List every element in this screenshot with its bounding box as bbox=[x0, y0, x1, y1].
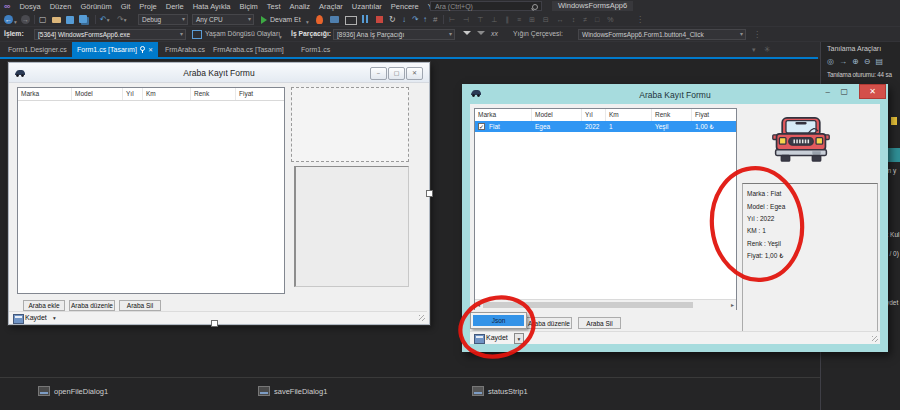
lifecycle-dropdown[interactable]: Yaşam Döngüsü Olayları bbox=[205, 30, 280, 37]
column-header[interactable]: Marka bbox=[18, 88, 72, 100]
menu-gorunum[interactable]: Görünüm bbox=[80, 2, 111, 11]
running-listview[interactable]: Marka Model Yıl Km Renk Fiyat ✓ Fiat Ege… bbox=[474, 108, 737, 310]
step-out-icon[interactable]: ↑ bbox=[423, 14, 427, 25]
browser-link-icon[interactable] bbox=[330, 16, 339, 23]
menu-analiz[interactable]: Analiz bbox=[290, 2, 310, 11]
horizontal-scrollbar[interactable]: ◂ ▸ bbox=[475, 299, 736, 310]
designer-picturebox[interactable] bbox=[291, 87, 409, 162]
running-statusstrip[interactable]: Kaydet ▾ bbox=[470, 331, 880, 344]
scroll-left-icon[interactable]: ◂ bbox=[477, 301, 480, 308]
filter-threads-icon[interactable] bbox=[463, 31, 471, 35]
menu-uzantilar[interactable]: Uzantılar bbox=[352, 2, 382, 11]
tab-frmaraba-cs-tasarim[interactable]: FrmAraba.cs [Tasarım] bbox=[208, 42, 289, 57]
breakpoints-icon[interactable]: # bbox=[433, 14, 437, 25]
toolbar-overflow-icon[interactable]: ⋮ bbox=[636, 14, 644, 25]
selected-row[interactable]: ✓ Fiat Egea 2022 1 Yeşil 1,00 ₺ bbox=[475, 121, 736, 132]
search-input[interactable]: Ara (Ctrl+Q) bbox=[430, 1, 542, 11]
step-over-icon[interactable]: ↷ bbox=[412, 14, 419, 25]
close-button[interactable]: ✕ bbox=[859, 84, 886, 99]
araba-duzenle-button[interactable]: Araba düzenle bbox=[69, 300, 115, 311]
save-all-icon[interactable] bbox=[79, 15, 87, 23]
pin-icon[interactable] bbox=[140, 46, 145, 51]
araba-sil-button[interactable]: Araba Sil bbox=[119, 300, 161, 311]
designer-form-window[interactable]: Araba Kayıt Formu − ▢ ✕ Marka Model Yıl … bbox=[8, 62, 430, 325]
designer-form-titlebar[interactable]: Araba Kayıt Formu − ▢ ✕ bbox=[9, 63, 429, 83]
tray-savefiledialog[interactable]: saveFileDialog1 bbox=[258, 386, 327, 396]
araba-ekle-button[interactable]: Araba ekle bbox=[23, 300, 65, 311]
continue-play-icon[interactable] bbox=[261, 16, 267, 24]
araba-duzenle-button[interactable]: Araba düzenle bbox=[526, 317, 572, 329]
araba-sil-button[interactable]: Araba Sil bbox=[578, 317, 621, 329]
column-header[interactable]: Model bbox=[532, 109, 582, 121]
kaydet-dropdown-arrow-icon[interactable]: ▾ bbox=[514, 333, 524, 344]
menu-araclar[interactable]: Araçlar bbox=[319, 2, 343, 11]
maximize-button[interactable]: ▢ bbox=[840, 87, 848, 96]
running-form-window[interactable]: Araba Kayıt Formu – ▢ ✕ Marka Model Yıl … bbox=[462, 84, 888, 352]
tab-form1-cs[interactable]: Form1.cs bbox=[296, 42, 335, 57]
solution-platform-select[interactable]: Any CPU bbox=[192, 14, 254, 25]
continue-button[interactable]: Devam Et bbox=[270, 14, 301, 25]
debugbar-overflow-icon[interactable]: ⋮ bbox=[753, 29, 761, 40]
scrollbar-thumb[interactable] bbox=[483, 302, 693, 308]
menu-pencere[interactable]: Pencere bbox=[391, 2, 419, 11]
column-header[interactable]: Km bbox=[143, 88, 191, 100]
menu-duzen[interactable]: Düzen bbox=[50, 2, 72, 11]
process-select[interactable]: [5364] WindowsFormsApp6.exe bbox=[34, 29, 186, 40]
tray-openfiledialog[interactable]: openFileDialog1 bbox=[38, 386, 108, 396]
menu-dosya[interactable]: Dosya bbox=[19, 2, 40, 11]
menu-item-json[interactable]: Json bbox=[473, 315, 524, 326]
menu-proje[interactable]: Proje bbox=[139, 2, 157, 11]
solution-config-select[interactable]: Debug bbox=[138, 14, 188, 25]
tab-frmaraba-cs[interactable]: FrmAraba.cs bbox=[160, 42, 210, 57]
column-header[interactable]: Renk bbox=[652, 109, 692, 121]
column-header[interactable]: Yıl bbox=[582, 109, 606, 121]
menu-test[interactable]: Test bbox=[267, 2, 281, 11]
designer-statusstrip[interactable]: Kaydet ▾ bbox=[9, 311, 427, 323]
close-tab-icon[interactable]: ✕ bbox=[148, 47, 153, 53]
menu-derle[interactable]: Derle bbox=[166, 2, 184, 11]
step-into-icon[interactable]: ↓ bbox=[402, 14, 406, 25]
menu-bicim[interactable]: Biçim bbox=[240, 2, 258, 11]
kaydet-dropdown-label[interactable]: Kaydet bbox=[486, 334, 508, 341]
row-checkbox[interactable]: ✓ bbox=[478, 123, 485, 130]
hot-reload-flame-icon[interactable] bbox=[316, 15, 323, 24]
new-file-icon[interactable]: ▢ bbox=[39, 14, 47, 25]
undo-icon[interactable]: ↶▾ bbox=[100, 14, 109, 26]
diagnostics-toolbar-icons[interactable]: ◎→⊕⊖▤ bbox=[827, 57, 888, 66]
docwell-options-gear-icon[interactable]: ✳ bbox=[764, 45, 771, 54]
tab-form1-cs-tasarim[interactable]: Form1.cs [Tasarım]✕ bbox=[72, 42, 158, 57]
resize-grip[interactable] bbox=[872, 336, 878, 342]
column-header[interactable]: Model bbox=[72, 88, 123, 100]
tray-statusstrip[interactable]: statusStrip1 bbox=[472, 386, 528, 396]
column-header[interactable]: Fiyat bbox=[236, 88, 284, 100]
selection-handle[interactable] bbox=[211, 320, 218, 327]
lifecycle-icon[interactable] bbox=[192, 30, 202, 39]
navigate-forward-icon[interactable]: → bbox=[21, 15, 30, 24]
designer-listview[interactable]: Marka Model Yıl Km Renk Fiyat bbox=[17, 87, 285, 294]
tab-form1-designer-cs[interactable]: Form1.Designer.cs bbox=[3, 42, 72, 57]
save-icon[interactable] bbox=[66, 16, 74, 24]
menu-git[interactable]: Git bbox=[121, 2, 131, 11]
thread-select[interactable]: [8936] Ana İş Parçacığı bbox=[333, 29, 455, 40]
search-icon[interactable] bbox=[532, 4, 538, 10]
filter-frames-icon[interactable] bbox=[477, 31, 485, 35]
open-folder-icon[interactable] bbox=[52, 17, 61, 23]
kaydet-dropdown-arrow-icon[interactable]: ▾ bbox=[53, 315, 56, 321]
column-header[interactable]: Marka bbox=[475, 109, 532, 121]
maximize-button[interactable]: ▢ bbox=[388, 67, 405, 80]
restart-icon[interactable]: ↻ bbox=[389, 14, 396, 25]
redo-icon[interactable]: ↷▾ bbox=[117, 14, 126, 26]
live-preview-icon[interactable] bbox=[345, 16, 357, 25]
column-header[interactable]: Renk bbox=[191, 88, 236, 100]
kaydet-dropdown-label[interactable]: Kaydet bbox=[25, 314, 47, 321]
scroll-right-icon[interactable]: ▸ bbox=[731, 301, 734, 308]
column-header[interactable]: Km bbox=[606, 109, 652, 121]
menu-hata-ayikla[interactable]: Hata Ayıkla bbox=[193, 2, 231, 11]
minimize-button[interactable]: – bbox=[826, 87, 830, 96]
column-header[interactable]: Yıl bbox=[123, 88, 143, 100]
external-code-icon[interactable]: xx bbox=[491, 30, 498, 37]
column-header[interactable]: Fiyat bbox=[692, 109, 736, 121]
pause-icon[interactable] bbox=[362, 15, 364, 23]
stack-frame-select[interactable]: WindowsFormsApp6.Form1.button4_Click bbox=[578, 29, 746, 40]
docwell-dropdown-icon[interactable]: ▾ bbox=[752, 46, 756, 54]
